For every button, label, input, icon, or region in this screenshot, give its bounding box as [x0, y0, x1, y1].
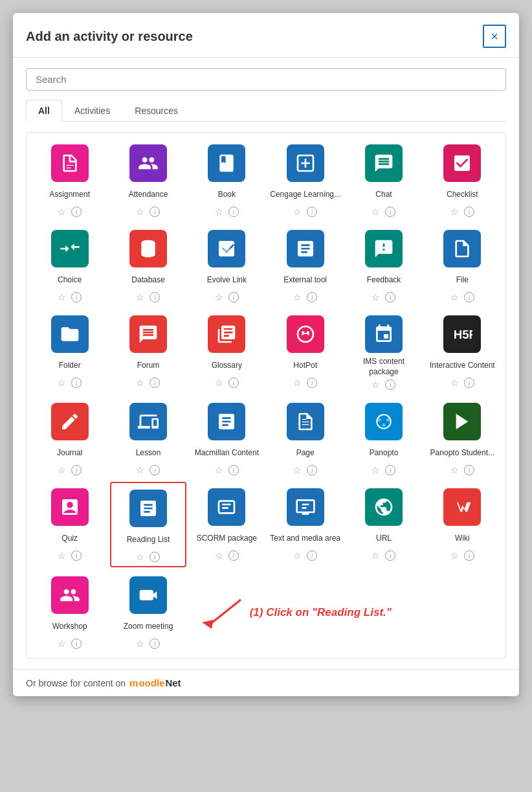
url-star[interactable]: ☆	[371, 550, 380, 561]
checklist-info[interactable]: i	[464, 207, 474, 217]
item-hotpot[interactable]: HotPot ☆ i	[267, 309, 343, 394]
item-file[interactable]: File ☆ i	[425, 223, 500, 306]
item-checklist[interactable]: Checklist ☆ i	[425, 138, 500, 221]
panopto-info[interactable]: i	[385, 465, 395, 475]
cengage-info[interactable]: i	[307, 207, 317, 217]
book-info[interactable]: i	[228, 207, 239, 217]
scorm-star[interactable]: ☆	[215, 550, 223, 561]
cengage-star[interactable]: ☆	[293, 207, 302, 217]
quiz-info[interactable]: i	[71, 550, 82, 561]
journal-star[interactable]: ☆	[58, 465, 66, 475]
item-forum[interactable]: Forum ☆ i	[110, 309, 186, 394]
folder-info[interactable]: i	[71, 378, 82, 388]
item-macmillan[interactable]: Macmillan Content ☆ i	[189, 396, 265, 479]
item-choice[interactable]: Choice ☆ i	[32, 223, 107, 306]
chat-star[interactable]: ☆	[371, 207, 380, 217]
item-panopto[interactable]: Panopto ☆ i	[346, 396, 421, 479]
readinglist-star[interactable]: ☆	[136, 552, 144, 562]
readinglist-info[interactable]: i	[150, 552, 160, 562]
panoptostudent-star[interactable]: ☆	[450, 465, 459, 475]
item-book[interactable]: Book ☆ i	[189, 138, 265, 221]
glossary-info[interactable]: i	[228, 378, 239, 388]
journal-info[interactable]: i	[71, 465, 82, 475]
wiki-info[interactable]: i	[464, 550, 474, 561]
item-cengage[interactable]: Cengage Learning... ☆ i	[267, 138, 343, 221]
hotpot-info[interactable]: i	[307, 378, 317, 388]
workshop-star[interactable]: ☆	[58, 639, 66, 649]
externaltool-star[interactable]: ☆	[293, 292, 302, 302]
item-wiki[interactable]: Wiki ☆ i	[425, 482, 500, 567]
folder-star[interactable]: ☆	[58, 378, 66, 388]
item-feedback[interactable]: Feedback ☆ i	[346, 223, 421, 306]
item-panoptostudent[interactable]: Panopto Student... ☆ i	[425, 396, 500, 479]
lesson-info[interactable]: i	[150, 465, 160, 475]
evolvelink-info[interactable]: i	[228, 292, 239, 302]
forum-info[interactable]: i	[150, 378, 160, 388]
item-glossary[interactable]: Glossary ☆ i	[189, 309, 265, 394]
feedback-star[interactable]: ☆	[371, 292, 380, 302]
choice-star[interactable]: ☆	[58, 292, 66, 302]
hotpot-star[interactable]: ☆	[293, 378, 302, 388]
textmedia-info[interactable]: i	[307, 550, 317, 561]
feedback-info[interactable]: i	[385, 292, 395, 302]
database-info[interactable]: i	[150, 292, 160, 302]
item-chat[interactable]: Chat ☆ i	[346, 138, 421, 221]
item-ims[interactable]: IMS content package ☆ i	[346, 309, 421, 394]
assignment-info[interactable]: i	[71, 207, 82, 217]
chat-info[interactable]: i	[385, 207, 395, 217]
tab-resources[interactable]: Resources	[122, 100, 190, 121]
book-star[interactable]: ☆	[215, 207, 223, 217]
close-button[interactable]: ×	[483, 25, 506, 48]
glossary-star[interactable]: ☆	[215, 378, 223, 388]
url-info[interactable]: i	[385, 550, 395, 561]
assignment-star[interactable]: ☆	[58, 207, 66, 217]
item-zoom[interactable]: Zoom meeting ☆ i	[110, 570, 186, 653]
forum-star[interactable]: ☆	[136, 378, 144, 388]
quiz-star[interactable]: ☆	[58, 550, 66, 561]
checklist-star[interactable]: ☆	[450, 207, 459, 217]
search-input[interactable]	[26, 68, 506, 91]
item-interactive[interactable]: H5P Interactive Content ☆ i	[425, 309, 500, 394]
item-externaltool[interactable]: External tool ☆ i	[267, 223, 343, 306]
item-textmedia[interactable]: Text and media area ☆ i	[267, 482, 343, 567]
interactive-star[interactable]: ☆	[450, 378, 459, 388]
panopto-star[interactable]: ☆	[371, 465, 380, 475]
database-star[interactable]: ☆	[136, 292, 144, 302]
panoptostudent-info[interactable]: i	[464, 465, 474, 475]
choice-info[interactable]: i	[71, 292, 82, 302]
interactive-info[interactable]: i	[464, 378, 474, 388]
zoom-star[interactable]: ☆	[136, 639, 144, 649]
item-lesson[interactable]: Lesson ☆ i	[110, 396, 186, 479]
scorm-info[interactable]: i	[228, 550, 239, 561]
tab-activities[interactable]: Activities	[62, 100, 122, 121]
file-info[interactable]: i	[464, 292, 474, 302]
item-page[interactable]: Page ☆ i	[267, 396, 343, 479]
evolvelink-star[interactable]: ☆	[215, 292, 223, 302]
item-attendance[interactable]: Attendance ☆ i	[110, 138, 186, 221]
item-workshop[interactable]: Workshop ☆ i	[32, 570, 107, 653]
item-quiz[interactable]: Quiz ☆ i	[32, 482, 107, 567]
item-folder[interactable]: Folder ☆ i	[32, 309, 107, 394]
lesson-star[interactable]: ☆	[136, 465, 144, 475]
externaltool-info[interactable]: i	[307, 292, 317, 302]
zoom-info[interactable]: i	[150, 639, 160, 649]
workshop-info[interactable]: i	[71, 639, 82, 649]
wiki-star[interactable]: ☆	[450, 550, 459, 561]
macmillan-star[interactable]: ☆	[215, 465, 223, 475]
item-assignment[interactable]: Assignment ☆ i	[32, 138, 107, 221]
page-star[interactable]: ☆	[293, 465, 302, 475]
macmillan-info[interactable]: i	[228, 465, 239, 475]
page-info[interactable]: i	[307, 465, 317, 475]
ims-star[interactable]: ☆	[371, 379, 380, 390]
item-database[interactable]: Database ☆ i	[110, 223, 186, 306]
item-url[interactable]: URL ☆ i	[346, 482, 421, 567]
attendance-info[interactable]: i	[150, 207, 160, 217]
file-star[interactable]: ☆	[450, 292, 459, 302]
item-journal[interactable]: Journal ☆ i	[32, 396, 107, 479]
ims-info[interactable]: i	[385, 379, 395, 390]
textmedia-star[interactable]: ☆	[293, 550, 302, 561]
item-readinglist[interactable]: Reading List ☆ i	[110, 482, 186, 567]
item-scorm[interactable]: SCORM package ☆ i	[189, 482, 265, 567]
attendance-star[interactable]: ☆	[136, 207, 144, 217]
item-evolvelink[interactable]: Evolve Link ☆ i	[189, 223, 265, 306]
